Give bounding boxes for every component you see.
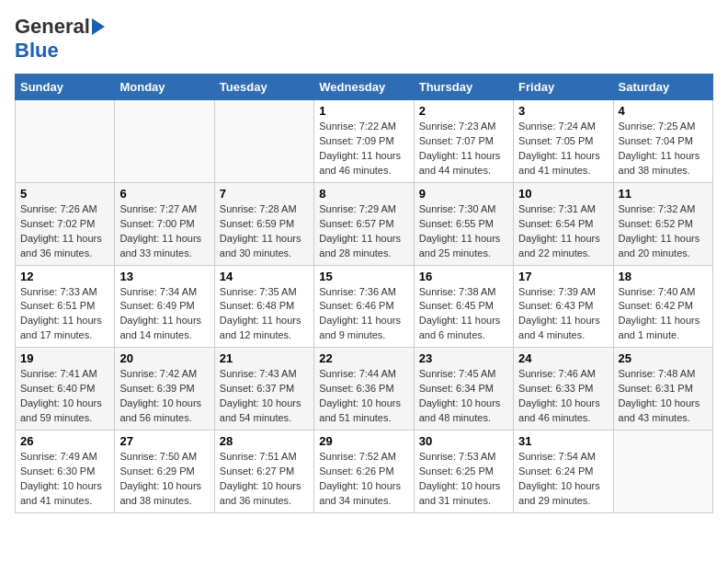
day-info: Sunrise: 7:39 AMSunset: 6:43 PMDaylight:… (518, 285, 608, 344)
day-number: 30 (419, 434, 508, 448)
day-info: Sunrise: 7:44 AMSunset: 6:36 PMDaylight:… (319, 367, 408, 426)
day-number: 23 (419, 351, 508, 365)
calendar-cell: 25Sunrise: 7:48 AMSunset: 6:31 PMDayligh… (613, 348, 712, 431)
day-info: Sunrise: 7:36 AMSunset: 6:46 PMDaylight:… (319, 285, 408, 344)
day-info: Sunrise: 7:28 AMSunset: 6:59 PMDaylight:… (220, 202, 309, 261)
calendar-cell: 20Sunrise: 7:42 AMSunset: 6:39 PMDayligh… (115, 348, 214, 431)
calendar-cell: 24Sunrise: 7:46 AMSunset: 6:33 PMDayligh… (514, 348, 613, 431)
day-info: Sunrise: 7:38 AMSunset: 6:45 PMDaylight:… (419, 285, 508, 344)
day-info: Sunrise: 7:34 AMSunset: 6:49 PMDaylight:… (119, 285, 209, 344)
calendar-cell: 21Sunrise: 7:43 AMSunset: 6:37 PMDayligh… (214, 348, 313, 431)
day-info: Sunrise: 7:29 AMSunset: 6:57 PMDaylight:… (319, 202, 408, 261)
day-number: 18 (619, 270, 708, 283)
day-number: 24 (518, 351, 608, 365)
day-info: Sunrise: 7:49 AMSunset: 6:30 PMDaylight:… (20, 450, 109, 509)
day-number: 12 (20, 270, 109, 283)
day-number: 14 (220, 270, 309, 283)
weekday-header-saturday: Saturday (613, 75, 712, 100)
day-info: Sunrise: 7:46 AMSunset: 6:33 PMDaylight:… (518, 367, 608, 426)
day-number: 28 (220, 434, 309, 448)
calendar-cell (115, 100, 214, 183)
day-number: 15 (319, 270, 408, 283)
calendar-cell: 15Sunrise: 7:36 AMSunset: 6:46 PMDayligh… (314, 265, 414, 348)
day-number: 11 (619, 187, 708, 201)
day-number: 16 (419, 270, 508, 283)
day-info: Sunrise: 7:22 AMSunset: 7:09 PMDaylight:… (319, 120, 408, 178)
day-info: Sunrise: 7:35 AMSunset: 6:48 PMDaylight:… (220, 285, 309, 344)
calendar-cell: 5Sunrise: 7:26 AMSunset: 7:02 PMDaylight… (16, 182, 115, 265)
day-info: Sunrise: 7:42 AMSunset: 6:39 PMDaylight:… (119, 367, 209, 426)
day-number: 22 (319, 351, 408, 365)
calendar-cell: 7Sunrise: 7:28 AMSunset: 6:59 PMDaylight… (214, 182, 313, 265)
calendar-cell: 9Sunrise: 7:30 AMSunset: 6:55 PMDaylight… (414, 182, 513, 265)
calendar-week-row: 26Sunrise: 7:49 AMSunset: 6:30 PMDayligh… (16, 431, 713, 513)
calendar-cell: 23Sunrise: 7:45 AMSunset: 6:34 PMDayligh… (414, 348, 513, 431)
calendar-cell: 13Sunrise: 7:34 AMSunset: 6:49 PMDayligh… (115, 265, 214, 348)
day-number: 9 (419, 187, 508, 201)
day-info: Sunrise: 7:45 AMSunset: 6:34 PMDaylight:… (419, 367, 508, 426)
day-info: Sunrise: 7:31 AMSunset: 6:54 PMDaylight:… (518, 202, 608, 261)
day-number: 10 (518, 187, 608, 201)
calendar-cell: 16Sunrise: 7:38 AMSunset: 6:45 PMDayligh… (414, 265, 513, 348)
day-number: 31 (518, 434, 608, 448)
logo-arrow-icon (92, 18, 105, 35)
calendar-cell: 8Sunrise: 7:29 AMSunset: 6:57 PMDaylight… (314, 182, 414, 265)
day-info: Sunrise: 7:30 AMSunset: 6:55 PMDaylight:… (419, 202, 508, 261)
logo-blue: Blue (15, 39, 59, 63)
day-info: Sunrise: 7:54 AMSunset: 6:24 PMDaylight:… (518, 450, 608, 509)
day-number: 20 (119, 351, 209, 365)
calendar-cell: 3Sunrise: 7:24 AMSunset: 7:05 PMDaylight… (514, 100, 613, 183)
day-number: 5 (20, 187, 109, 201)
calendar-cell: 27Sunrise: 7:50 AMSunset: 6:29 PMDayligh… (115, 431, 214, 513)
weekday-header-sunday: Sunday (16, 75, 115, 100)
weekday-header-tuesday: Tuesday (214, 75, 313, 100)
day-info: Sunrise: 7:53 AMSunset: 6:25 PMDaylight:… (419, 450, 508, 509)
calendar-cell: 30Sunrise: 7:53 AMSunset: 6:25 PMDayligh… (414, 431, 513, 513)
calendar-cell: 31Sunrise: 7:54 AMSunset: 6:24 PMDayligh… (514, 431, 613, 513)
calendar-cell: 18Sunrise: 7:40 AMSunset: 6:42 PMDayligh… (613, 265, 712, 348)
calendar-cell: 14Sunrise: 7:35 AMSunset: 6:48 PMDayligh… (214, 265, 313, 348)
day-info: Sunrise: 7:50 AMSunset: 6:29 PMDaylight:… (119, 450, 209, 509)
calendar-cell: 26Sunrise: 7:49 AMSunset: 6:30 PMDayligh… (16, 431, 115, 513)
weekday-header-thursday: Thursday (414, 75, 513, 100)
day-number: 6 (119, 187, 209, 201)
calendar-cell: 28Sunrise: 7:51 AMSunset: 6:27 PMDayligh… (214, 431, 313, 513)
day-number: 17 (518, 270, 608, 283)
day-number: 26 (20, 434, 109, 448)
day-number: 25 (619, 351, 708, 365)
weekday-header-friday: Friday (514, 75, 613, 100)
calendar-cell: 17Sunrise: 7:39 AMSunset: 6:43 PMDayligh… (514, 265, 613, 348)
day-info: Sunrise: 7:23 AMSunset: 7:07 PMDaylight:… (419, 120, 508, 178)
day-number: 1 (319, 104, 408, 118)
calendar-cell: 19Sunrise: 7:41 AMSunset: 6:40 PMDayligh… (16, 348, 115, 431)
calendar-week-row: 19Sunrise: 7:41 AMSunset: 6:40 PMDayligh… (16, 348, 713, 431)
calendar-header-row: SundayMondayTuesdayWednesdayThursdayFrid… (16, 75, 713, 100)
day-info: Sunrise: 7:52 AMSunset: 6:26 PMDaylight:… (319, 450, 408, 509)
day-info: Sunrise: 7:24 AMSunset: 7:05 PMDaylight:… (518, 120, 608, 178)
day-info: Sunrise: 7:26 AMSunset: 7:02 PMDaylight:… (20, 202, 109, 261)
day-info: Sunrise: 7:51 AMSunset: 6:27 PMDaylight:… (220, 450, 309, 509)
calendar-cell: 1Sunrise: 7:22 AMSunset: 7:09 PMDaylight… (314, 100, 414, 183)
day-info: Sunrise: 7:25 AMSunset: 7:04 PMDaylight:… (619, 120, 708, 178)
day-info: Sunrise: 7:40 AMSunset: 6:42 PMDaylight:… (619, 285, 708, 344)
calendar-week-row: 1Sunrise: 7:22 AMSunset: 7:09 PMDaylight… (16, 100, 713, 183)
day-number: 2 (419, 104, 508, 118)
calendar-cell (16, 100, 115, 183)
day-info: Sunrise: 7:27 AMSunset: 7:00 PMDaylight:… (119, 202, 209, 261)
day-info: Sunrise: 7:32 AMSunset: 6:52 PMDaylight:… (619, 202, 708, 261)
day-number: 21 (220, 351, 309, 365)
day-info: Sunrise: 7:41 AMSunset: 6:40 PMDaylight:… (20, 367, 109, 426)
day-number: 19 (20, 351, 109, 365)
logo: General Blue (15, 15, 105, 63)
day-info: Sunrise: 7:48 AMSunset: 6:31 PMDaylight:… (619, 367, 708, 426)
day-number: 7 (220, 187, 309, 201)
day-number: 29 (319, 434, 408, 448)
calendar-cell: 10Sunrise: 7:31 AMSunset: 6:54 PMDayligh… (514, 182, 613, 265)
weekday-header-wednesday: Wednesday (314, 75, 414, 100)
calendar-cell: 29Sunrise: 7:52 AMSunset: 6:26 PMDayligh… (314, 431, 414, 513)
calendar-week-row: 5Sunrise: 7:26 AMSunset: 7:02 PMDaylight… (16, 182, 713, 265)
calendar-cell: 12Sunrise: 7:33 AMSunset: 6:51 PMDayligh… (16, 265, 115, 348)
calendar-cell: 11Sunrise: 7:32 AMSunset: 6:52 PMDayligh… (613, 182, 712, 265)
day-number: 27 (119, 434, 209, 448)
calendar-cell: 22Sunrise: 7:44 AMSunset: 6:36 PMDayligh… (314, 348, 414, 431)
